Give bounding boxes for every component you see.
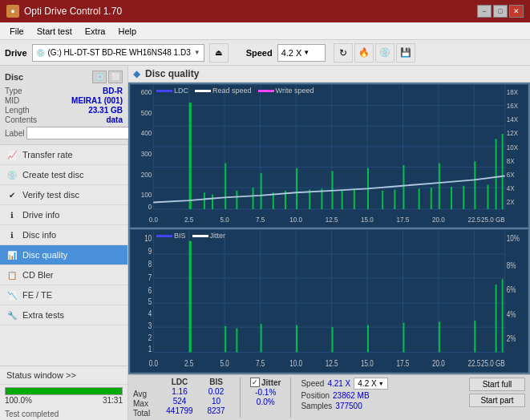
sidebar-item-fe-te[interactable]: 📉 FE / TE	[0, 285, 127, 305]
menu-start-test[interactable]: Start test	[30, 25, 79, 38]
sidebar-item-disc-info[interactable]: ℹ Disc info	[0, 225, 127, 245]
start-part-button[interactable]: Start part	[469, 394, 525, 407]
sidebar-item-label: Disc info	[22, 230, 56, 240]
status-window-button[interactable]: Status window >>	[0, 366, 127, 385]
sidebar-item-create-test-disc[interactable]: 💿 Create test disc	[0, 165, 127, 185]
disc-icon-2[interactable]: ⬜	[108, 71, 123, 83]
menubar: File Start test Extra Help	[0, 22, 530, 40]
sidebar-item-extra-tests[interactable]: 🔧 Extra tests	[0, 305, 127, 325]
top-chart-svg: 600 500 400 300 200 100 0 18X 16X 14X 12…	[131, 85, 528, 227]
disc-section-label: Disc	[5, 72, 23, 82]
sidebar-item-disc-quality[interactable]: 📊 Disc quality	[0, 245, 127, 265]
svg-rect-32	[354, 188, 355, 209]
titlebar: ● Opti Drive Control 1.70 − □ ✕	[0, 0, 530, 22]
svg-text:500: 500	[141, 108, 152, 117]
jitter-legend-line	[192, 235, 208, 237]
drive-select[interactable]: 💿 (G:) HL-DT-ST BD-RE WH16NS48 1.D3 ▼	[32, 44, 204, 62]
svg-text:20.0: 20.0	[432, 215, 445, 224]
svg-text:4X: 4X	[507, 184, 515, 192]
svg-text:2%: 2%	[507, 333, 516, 343]
svg-text:3: 3	[148, 320, 152, 329]
ldc-legend-label: LDC	[174, 87, 188, 95]
eject-button[interactable]: ⏏	[209, 43, 229, 63]
svg-text:17.5: 17.5	[397, 358, 410, 368]
disc-icon-1[interactable]: 💿	[92, 71, 107, 83]
samples-value: 377500	[335, 402, 362, 410]
sidebar: Disc 💿 ⬜ Type BD-R MID MEIRA1 (001) Leng…	[0, 66, 128, 420]
transfer-rate-icon: 📈	[6, 149, 18, 160]
burn-button[interactable]: 🔥	[354, 43, 374, 63]
bottom-chart-svg: 10 9 8 7 6 5 4 3 2 1 10% 8% 6%	[131, 230, 528, 372]
svg-text:10%: 10%	[507, 232, 520, 242]
sidebar-item-cd-bler[interactable]: 📋 CD Bler	[0, 265, 127, 285]
svg-text:4%: 4%	[507, 309, 516, 319]
svg-rect-37	[419, 188, 420, 209]
menu-extra[interactable]: Extra	[79, 25, 112, 38]
svg-text:400: 400	[141, 129, 152, 138]
svg-rect-19	[225, 164, 226, 209]
svg-text:100: 100	[141, 191, 152, 200]
progress-bar-fill	[6, 388, 122, 394]
svg-text:5: 5	[148, 296, 152, 305]
write-legend-label: Write speed	[276, 87, 314, 95]
close-button[interactable]: ✕	[509, 5, 524, 18]
mid-value: MEIRA1 (001)	[71, 96, 123, 105]
stats-ldc-col: LDC 1.16 524 441799	[164, 378, 196, 415]
titlebar-buttons: − □ ✕	[477, 5, 524, 18]
bis-legend-label: BIS	[174, 232, 186, 240]
start-full-button[interactable]: Start full	[469, 378, 525, 391]
maximize-button[interactable]: □	[493, 5, 508, 18]
svg-text:4: 4	[148, 308, 152, 317]
svg-rect-100	[496, 285, 497, 352]
bottom-chart: BIS Jitter	[130, 229, 528, 373]
svg-text:12.5: 12.5	[326, 215, 338, 224]
status-window-label: Status window >>	[6, 370, 76, 380]
speed-value: 4.2 X	[281, 48, 302, 58]
extra-tests-icon: 🔧	[6, 309, 18, 321]
position-row: Position 23862 MB	[301, 391, 387, 400]
speed-info-row: Speed 4.21 X 4.2 X ▼	[301, 378, 387, 390]
legend-write: Write speed	[258, 87, 314, 95]
svg-rect-26	[253, 188, 254, 209]
svg-rect-97	[403, 323, 404, 353]
jitter-avg: -0.1%	[250, 388, 281, 397]
minimize-button[interactable]: −	[477, 5, 492, 18]
svg-text:0.0: 0.0	[149, 215, 158, 224]
sidebar-item-verify-test-disc[interactable]: ✔ Verify test disc	[0, 185, 127, 205]
disc-label-input[interactable]	[26, 127, 133, 139]
read-legend-line	[195, 90, 211, 92]
svg-text:15.0: 15.0	[361, 358, 374, 368]
speed-dropdown[interactable]: 4.2 X ▼	[354, 378, 387, 390]
sidebar-item-drive-info[interactable]: ℹ Drive info	[0, 205, 127, 225]
sidebar-item-transfer-rate[interactable]: 📈 Transfer rate	[0, 145, 127, 165]
mid-label: MID	[5, 96, 19, 105]
svg-text:15.0: 15.0	[361, 215, 374, 224]
write-legend-line	[258, 90, 274, 92]
fe-te-icon: 📉	[6, 289, 18, 301]
speed-dropdown-arrow: ▼	[378, 381, 384, 386]
svg-rect-34	[382, 191, 383, 209]
speed-select[interactable]: 4.2 X ▼	[277, 44, 326, 62]
svg-text:10: 10	[144, 232, 152, 242]
sidebar-item-label: Extra tests	[22, 310, 64, 320]
svg-text:14X: 14X	[507, 115, 518, 124]
jitter-checkbox[interactable]: ✓	[250, 378, 260, 387]
chart-title: Disc quality	[145, 68, 199, 79]
svg-text:20.0: 20.0	[432, 358, 445, 368]
save-button[interactable]: 💾	[396, 43, 415, 63]
menu-help[interactable]: Help	[111, 25, 143, 38]
type-label: Type	[5, 87, 22, 95]
svg-rect-96	[367, 325, 369, 352]
disc-button[interactable]: 💿	[375, 43, 394, 63]
svg-text:2.5: 2.5	[184, 215, 193, 224]
svg-text:0.0: 0.0	[149, 358, 158, 368]
speed-dropdown-arrow: ▼	[303, 49, 310, 56]
svg-text:10X: 10X	[507, 143, 518, 151]
refresh-button[interactable]: ↻	[334, 43, 353, 63]
bis-legend-line	[156, 235, 172, 237]
svg-rect-101	[502, 279, 504, 352]
svg-rect-43	[487, 185, 488, 210]
jitter-legend-label: Jitter	[210, 232, 226, 240]
sidebar-status: Status window >> 100.0% 31:31 Test compl…	[0, 365, 127, 420]
menu-file[interactable]: File	[3, 25, 30, 38]
